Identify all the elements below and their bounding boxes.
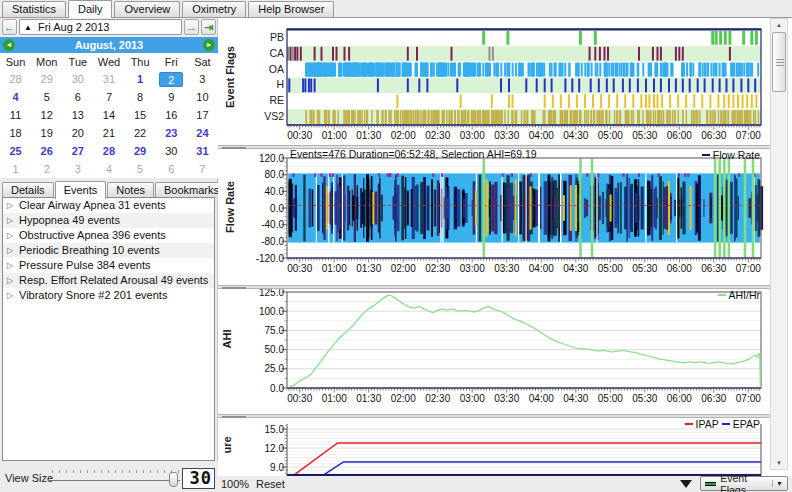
tab-details[interactable]: Details (2, 182, 54, 198)
tab-events[interactable]: Events (55, 181, 107, 199)
calendar-day-17[interactable]: 17 (187, 109, 218, 121)
calendar-day-10[interactable]: 10 (187, 91, 218, 103)
event-item[interactable]: ▷Vibratory Snore #2 201 events (3, 288, 214, 303)
ahi-chart[interactable]: AHI AHI/Hr 125.0100.075.050.025.00.000:3… (218, 289, 770, 414)
tab-oximetry[interactable]: Oximetry (182, 1, 246, 17)
calendar-day-15[interactable]: 15 (125, 109, 156, 121)
calendar-day-22[interactable]: 22 (125, 127, 156, 139)
calendar-day-29[interactable]: 29 (31, 73, 62, 85)
flow-rate-plot[interactable]: 120.080.040.00.0-40.0-80.0-120.000:3001:… (218, 149, 770, 287)
calendar-day-13[interactable]: 13 (62, 109, 93, 121)
overlay-dropdown-triangle-icon[interactable] (680, 480, 692, 488)
calendar-day-31[interactable]: 31 (93, 73, 124, 85)
calendar-day-6[interactable]: 6 (156, 163, 187, 175)
calendar-day-9[interactable]: 9 (156, 91, 187, 103)
tab-daily[interactable]: Daily (68, 0, 112, 18)
charts-scrollbar[interactable]: ▲ ▼ (770, 18, 788, 470)
latest-day-button[interactable]: ⇥ (201, 19, 216, 35)
overlay-selector-value: Event Flags (720, 472, 768, 492)
calendar-day-24[interactable]: 24 (187, 127, 218, 139)
previous-month-button[interactable]: ◂ (3, 39, 15, 51)
calendar-day-30[interactable]: 30 (62, 73, 93, 85)
calendar-day-29[interactable]: 29 (125, 145, 156, 157)
svg-text:04:30: 04:30 (563, 263, 588, 274)
scrollbar-thumb[interactable] (772, 32, 786, 92)
calendar-day-25[interactable]: 25 (0, 145, 31, 157)
calendar-day-26[interactable]: 26 (31, 145, 62, 157)
calendar-day-12[interactable]: 12 (31, 109, 62, 121)
svg-text:9.0: 9.0 (270, 462, 284, 473)
event-flags-plot[interactable]: 00:3001:0001:3002:0002:3003:0003:3004:00… (218, 18, 770, 147)
calendar-day-1[interactable]: 1 (125, 73, 156, 85)
view-size-slider-track[interactable] (48, 480, 180, 481)
calendar-day-11[interactable]: 11 (0, 109, 31, 121)
expander-icon[interactable]: ▷ (7, 198, 13, 213)
calendar-day-31[interactable]: 31 (187, 145, 218, 157)
event-item[interactable]: ▷Obstructive Apnea 396 events (3, 228, 214, 243)
reset-button[interactable]: Reset (256, 478, 285, 490)
calendar-month-year[interactable]: August, 2013 (15, 39, 203, 51)
event-flags-chart[interactable]: Event Flags PBCAOAHREVS2 00:3001:0001:30… (218, 18, 770, 145)
svg-text:05:00: 05:00 (598, 263, 623, 274)
next-day-button[interactable]: → (184, 19, 199, 35)
expander-icon[interactable]: ▷ (7, 228, 13, 243)
date-dropdown[interactable]: ▲ Fri Aug 2 2013 (19, 19, 182, 35)
svg-text:07:00: 07:00 (736, 130, 761, 141)
calendar-day-4[interactable]: 4 (93, 163, 124, 175)
calendar-day-16[interactable]: 16 (156, 109, 187, 121)
scrollbar-up-arrow-icon[interactable]: ▲ (771, 22, 787, 28)
calendar-day-2[interactable]: 2 (31, 163, 62, 175)
calendar-day-3[interactable]: 3 (62, 163, 93, 175)
calendar-day-8[interactable]: 8 (125, 91, 156, 103)
slider-tick-icon (101, 470, 102, 473)
previous-day-button[interactable]: ← (2, 19, 17, 35)
calendar-day-2[interactable]: 2 (156, 72, 187, 87)
svg-text:04:30: 04:30 (563, 393, 588, 404)
calendar-day-1[interactable]: 1 (0, 163, 31, 175)
scrollbar-down-arrow-icon[interactable]: ▼ (771, 460, 787, 466)
event-item[interactable]: ▷Hypopnea 49 events (3, 213, 214, 228)
tab-statistics[interactable]: Statistics (2, 1, 66, 17)
calendar-day-7[interactable]: 7 (187, 163, 218, 175)
calendar-day-5[interactable]: 5 (125, 163, 156, 175)
calendar-day-5[interactable]: 5 (31, 91, 62, 103)
expander-icon[interactable]: ▷ (7, 258, 13, 273)
tab-overview[interactable]: Overview (114, 1, 180, 17)
expander-icon[interactable]: ▷ (7, 213, 13, 228)
view-size-slider-handle[interactable] (169, 472, 178, 487)
next-month-button[interactable]: ▸ (203, 39, 215, 51)
event-item[interactable]: ▷Pressure Pulse 384 events (3, 258, 214, 273)
calendar-day-4[interactable]: 4 (0, 91, 31, 103)
epap-legend-dash-icon (722, 423, 730, 425)
svg-text:03:00: 03:00 (460, 393, 485, 404)
calendar-day-7[interactable]: 7 (93, 91, 124, 103)
calendar-day-28[interactable]: 28 (93, 145, 124, 157)
ahi-plot[interactable]: 125.0100.075.050.025.00.000:3001:0001:30… (218, 289, 770, 416)
calendar-day-6[interactable]: 6 (62, 91, 93, 103)
calendar-day-20[interactable]: 20 (62, 127, 93, 139)
pressure-chart[interactable]: ure IPAP EPAP 15.012.09.0 (218, 418, 770, 476)
expander-icon[interactable]: ▷ (7, 243, 13, 258)
calendar-day-27[interactable]: 27 (62, 145, 93, 157)
svg-text:-40.0: -40.0 (261, 219, 284, 230)
chart-bottom-bar: 100% Reset Event Flags ▼ (218, 476, 792, 492)
calendar-day-28[interactable]: 28 (0, 73, 31, 85)
calendar-day-23[interactable]: 23 (156, 127, 187, 139)
calendar-day-21[interactable]: 21 (93, 127, 124, 139)
calendar-day-19[interactable]: 19 (31, 127, 62, 139)
calendar-day-30[interactable]: 30 (156, 145, 187, 157)
event-item[interactable]: ▷Resp. Effort Related Arousal 49 events (3, 273, 214, 288)
ahi-axis-title: AHI (221, 330, 233, 349)
tab-notes[interactable]: Notes (107, 182, 154, 198)
calendar-day-18[interactable]: 18 (0, 127, 31, 139)
calendar-day-3[interactable]: 3 (187, 73, 218, 85)
calendar-day-14[interactable]: 14 (93, 109, 124, 121)
event-item[interactable]: ▷Periodic Breathing 10 events (3, 243, 214, 258)
overlay-selector-combo[interactable]: Event Flags ▼ (700, 476, 788, 491)
flow-rate-chart[interactable]: Flow Rate Events=476 Duration=06:52:48, … (218, 149, 770, 285)
tab-help-browser[interactable]: Help Browser (248, 1, 334, 17)
event-item[interactable]: ▷Clear Airway Apnea 31 events (3, 198, 214, 213)
expander-icon[interactable]: ▷ (7, 273, 13, 288)
expander-icon[interactable]: ▷ (7, 288, 13, 303)
svg-text:0.0: 0.0 (270, 203, 284, 214)
